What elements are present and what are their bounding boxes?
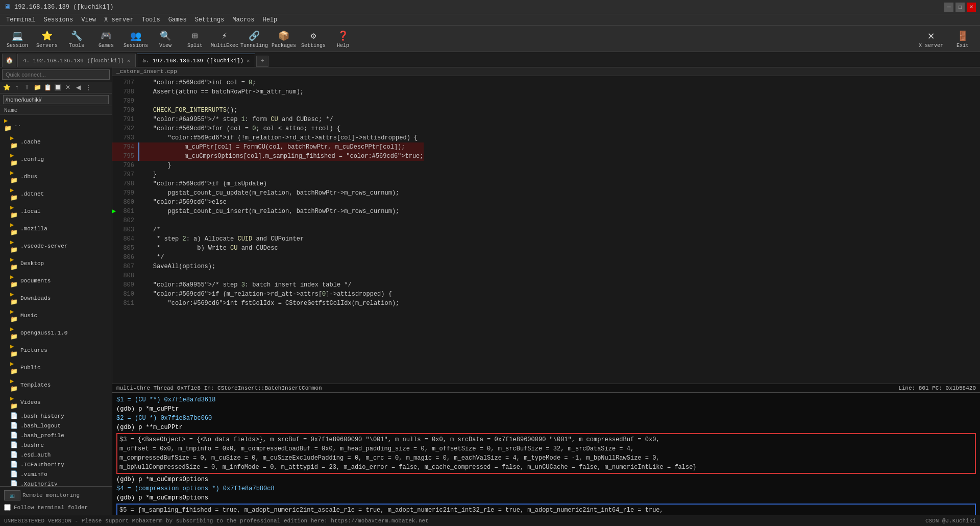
multiexec-button[interactable]: ⚡ MultiExec xyxy=(211,28,238,50)
tree-item-_ICEauthority[interactable]: 📄.ICEauthority xyxy=(0,460,112,469)
menu-item-terminal[interactable]: Terminal xyxy=(2,15,40,25)
code-line-788: 788 Assert(attno == batchRowPtr->m_attr_… xyxy=(112,87,424,97)
line-content xyxy=(138,97,424,106)
debug-arrow-796 xyxy=(112,161,120,170)
terminal-red-box: $3 = {<BaseObject> = {<No data fields>},… xyxy=(116,433,976,474)
sidebar-tool-2[interactable]: ↑ xyxy=(12,83,21,92)
tools-label: Tools xyxy=(69,43,84,49)
terminal-area[interactable]: $1 = (CU **) 0x7f1e8a7d3618(gdb) p *m_cu… xyxy=(112,392,980,515)
help-button[interactable]: ❓ Help xyxy=(330,28,356,50)
tree-item-_local[interactable]: ▶ 📁.local xyxy=(0,203,112,220)
session-icon: 💻 xyxy=(10,29,24,43)
line-content: CHECK_FOR_INTERRUPTS(); xyxy=(138,106,424,115)
tree-item-Desktop[interactable]: ▶ 📁Desktop xyxy=(0,255,112,272)
line-number: 788 xyxy=(120,87,138,97)
line-number: 793 xyxy=(120,133,138,142)
tree-item-_viminfo[interactable]: 📄.viminfo xyxy=(0,469,112,479)
tree-item-_vscode_server[interactable]: ▶ 📁.vscode-server xyxy=(0,237,112,255)
view-label: View xyxy=(159,43,172,49)
tree-item-label: .local xyxy=(20,208,41,214)
home-tab[interactable]: 🏠 xyxy=(2,54,16,67)
exit-button[interactable]: 🚪 Exit xyxy=(949,28,976,50)
follow-terminal-checkbox[interactable] xyxy=(4,504,11,511)
tree-item-_mozilla[interactable]: ▶ 📁.mozilla xyxy=(0,220,112,237)
menu-item-view[interactable]: View xyxy=(77,15,100,25)
tree-item-_cache[interactable]: ▶ 📁.cache xyxy=(0,133,112,151)
close-button[interactable]: ✕ xyxy=(967,3,976,12)
sidebar-nav-left[interactable]: ◀ xyxy=(74,83,83,92)
tree-item-_bash_logout[interactable]: 📄.bash_logout xyxy=(0,421,112,431)
menu-item-sessions[interactable]: Sessions xyxy=(40,15,78,25)
sessions-button[interactable]: 👥 Sessions xyxy=(122,28,149,50)
debug-arrow-794 xyxy=(112,142,120,152)
titlebar-controls[interactable]: ─ □ ✕ xyxy=(944,3,976,12)
sidebar-scroll[interactable]: ⋮ xyxy=(84,83,93,92)
tree-item-Downloads[interactable]: ▶ 📁Downloads xyxy=(0,290,112,307)
tree-item-Music[interactable]: ▶ 📁Music xyxy=(0,307,112,324)
path-input[interactable] xyxy=(3,95,109,104)
sidebar-tool-4[interactable]: 📁 xyxy=(33,83,42,92)
tab-5[interactable]: 5. 192.168.136.139 ([kuchiki]) ✕ xyxy=(137,54,255,67)
tree-item-_bash_profile[interactable]: 📄.bash_profile xyxy=(0,431,112,440)
tree-item-_config[interactable]: ▶ 📁.config xyxy=(0,151,112,168)
code-line-797: 797 } xyxy=(112,170,424,179)
menu-item-games[interactable]: Games xyxy=(164,15,191,25)
tree-item-_dotnet[interactable]: ▶ 📁.dotnet xyxy=(0,185,112,203)
tools-button[interactable]: 🔧 Tools xyxy=(63,28,90,50)
maximize-button[interactable]: □ xyxy=(955,3,965,12)
view-button[interactable]: 🔍 View xyxy=(152,28,179,50)
packages-button[interactable]: 📦 Packages xyxy=(271,28,297,50)
games-button[interactable]: 🎮 Games xyxy=(93,28,119,50)
code-line-795: 795 m_cuCmprsOptions[col].m_sampling_fih… xyxy=(112,152,424,161)
menu-item-help[interactable]: Help xyxy=(259,15,282,25)
remote-monitoring-item[interactable]: 📺 Remote monitoring xyxy=(2,489,110,502)
sidebar-tool-1[interactable]: ⭐ xyxy=(2,83,11,92)
search-input[interactable] xyxy=(2,69,110,80)
tree-item-Documents[interactable]: ▶ 📁Documents xyxy=(0,272,112,290)
tree-item-_esd_auth[interactable]: 📄.esd_auth xyxy=(0,450,112,460)
menu-item-tools[interactable]: Tools xyxy=(138,15,164,25)
line-content: /* xyxy=(138,225,424,234)
menu-item-settings[interactable]: Settings xyxy=(191,15,229,25)
terminal-line: $5 = {m_sampling_fihished = true, m_adop… xyxy=(119,506,973,515)
tree-item-__[interactable]: ▶ 📁.. xyxy=(0,116,112,133)
tree-item-opengauss1_1_0[interactable]: ▶ 📁opengauss1.1.0 xyxy=(0,324,112,342)
line-number: 789 xyxy=(120,97,138,106)
tree-item-Public[interactable]: ▶ 📁Public xyxy=(0,359,112,376)
tab-5-close[interactable]: ✕ xyxy=(247,58,250,64)
tab-4-close[interactable]: ✕ xyxy=(127,58,130,64)
tree-item-_bash_history[interactable]: 📄.bash_history xyxy=(0,411,112,421)
sidebar-tool-7[interactable]: ✕ xyxy=(63,83,72,92)
sidebar-tool-3[interactable]: T xyxy=(22,83,32,92)
name-column-header: Name xyxy=(4,107,17,113)
debug-arrow-788 xyxy=(112,87,120,97)
line-number: 797 xyxy=(120,170,138,179)
debug-arrow-804 xyxy=(112,234,120,244)
tree-item-_dbus[interactable]: ▶ 📁.dbus xyxy=(0,168,112,185)
sidebar-tool-6[interactable]: 🔲 xyxy=(53,83,62,92)
menu-item-macros[interactable]: Macros xyxy=(228,15,258,25)
line-content: "color:#569cd6">else xyxy=(138,198,424,207)
tree-item-label: .cache xyxy=(20,139,41,145)
tree-item-_Xauthority[interactable]: 📄.Xauthority xyxy=(0,479,112,486)
tunneling-button[interactable]: 🔗 Tunneling xyxy=(241,28,267,50)
code-area: _cstore_insert.cpp 787 "color:#569cd6">i… xyxy=(112,67,980,384)
tree-item-Videos[interactable]: ▶ 📁Videos xyxy=(0,394,112,411)
tree-item-Pictures[interactable]: ▶ 📁Pictures xyxy=(0,342,112,359)
menu-item-x server[interactable]: X server xyxy=(100,15,138,25)
sidebar-tool-5[interactable]: 📋 xyxy=(43,83,52,92)
tab-4[interactable]: 4. 192.168.136.139 ([kuchiki]) ✕ xyxy=(17,54,136,67)
xserver-button[interactable]: ✕ X server xyxy=(916,28,946,50)
split-button[interactable]: ⊞ Split xyxy=(182,28,208,50)
debug-arrow-787 xyxy=(112,78,120,87)
minimize-button[interactable]: ─ xyxy=(944,3,953,12)
tree-item-label: Desktop xyxy=(20,260,44,267)
toolbar: 💻 Session ⭐ Servers 🔧 Tools 🎮 Games 👥 Se… xyxy=(0,26,980,52)
session-button[interactable]: 💻 Session xyxy=(4,28,31,50)
tree-item-_bashrc[interactable]: 📄.bashrc xyxy=(0,440,112,450)
debug-pc-text: Line: 801 PC: 0x1b58420 xyxy=(898,385,976,391)
new-tab-button[interactable]: + xyxy=(256,56,268,67)
tree-item-Templates[interactable]: ▶ 📁Templates xyxy=(0,376,112,394)
settings-button[interactable]: ⚙ Settings xyxy=(300,28,327,50)
servers-button[interactable]: ⭐ Servers xyxy=(34,28,60,50)
